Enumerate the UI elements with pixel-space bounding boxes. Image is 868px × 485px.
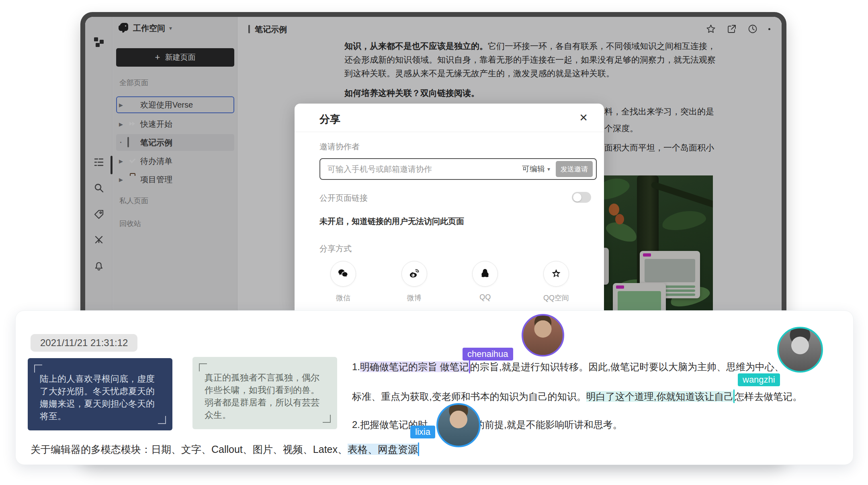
highlight-wangzhi: 明白了这个道理,你就知道该让自己 (586, 391, 734, 402)
cursor-lixia (418, 442, 419, 456)
user-tag-chenaihua: chenaihua (463, 348, 513, 361)
quote-corner-mark (34, 365, 42, 373)
invite-input-row: 可编辑 ▾ 发送邀请 (319, 158, 597, 180)
link-status-text: 未开启，知道链接的用户无法访问此页面 (319, 216, 464, 227)
chevron-down-icon: ▾ (547, 166, 550, 172)
user-tag-lixia: lixia (410, 426, 435, 438)
channel-wechat[interactable]: 微信 (317, 261, 369, 303)
permission-dropdown[interactable]: 可编辑 ▾ (522, 164, 550, 174)
invite-input[interactable] (328, 165, 516, 174)
channel-weibo[interactable]: 微博 (388, 261, 440, 303)
timestamp-badge: 2021/11/21 21:31:12 (31, 334, 137, 352)
quote-card-dark: 陆上的人喜欢寻根问底，虚度了大好光阴。冬天忧虑夏天的姗姗来迟，夏天则担心冬天的将… (28, 358, 172, 430)
collab-preview-panel: 2021/11/21 21:31:12 陆上的人喜欢寻根问底，虚度了大好光阴。冬… (15, 310, 854, 465)
send-invite-button[interactable]: 发送邀请 (556, 161, 593, 177)
invite-collaborators-label: 邀请协作者 (319, 141, 360, 152)
share-via-label: 分享方式 (319, 243, 352, 254)
dialog-divider (295, 132, 604, 132)
channel-qzone[interactable]: QQ空间 (530, 261, 582, 303)
screenshot-root: 工作空间 ▾ + 新建页面 全部页面 ▶ 欢迎使用Verse ▶ 快速开始 (0, 0, 868, 485)
dialog-title: 分享 (319, 112, 340, 126)
highlight-chenaihua: 明确做笔记的宗旨 做笔记 (360, 361, 469, 372)
quote-corner-mark (158, 416, 166, 424)
collab-text-line-3: 2.把握做笔记的时的前提,就是不能影响听讲和思考。 (352, 418, 622, 431)
collab-text-line-2: 标准、重点为获取,变老师和书本的知识为自己的知识。明白了这个道理,你就知道该让自… (352, 389, 802, 403)
quote-corner-mark (323, 415, 331, 423)
weibo-icon (401, 261, 427, 287)
public-link-label: 公开页面链接 (319, 193, 368, 204)
user-tag-wangzhi: wangzhi (738, 373, 780, 386)
highlight-lixia: 表格、网盘资源 (348, 444, 418, 455)
avatar-lixia[interactable] (436, 403, 481, 447)
public-link-toggle[interactable] (572, 192, 591, 203)
share-channels: 微信 微博 QQ QQ空间 (317, 261, 582, 303)
collab-text-line-1: 1.明确做笔记的宗旨 做笔记的宗旨,就是进行知识转移。因此,做笔记时要以大脑为主… (352, 360, 784, 373)
qzone-star-icon (543, 261, 569, 287)
channel-qq[interactable]: QQ (459, 261, 511, 303)
quote-card-light: 真正的孤独者不言孤独，偶尔作些长啸，如我们看到的兽。弱者都是群居着，所以有芸芸众… (192, 357, 337, 429)
avatar-wangzhi[interactable] (777, 327, 823, 373)
editor-modules-line: 关于编辑器的多模态模块：日期、文字、Callout、图片、视频、Latex、表格… (31, 442, 419, 456)
close-icon[interactable]: ✕ (579, 112, 588, 124)
quote-corner-mark (199, 363, 207, 371)
share-dialog: 分享 ✕ 邀请协作者 可编辑 ▾ 发送邀请 公开页面链接 未开启，知道链接的用户… (295, 104, 604, 310)
wechat-icon (330, 261, 356, 287)
avatar-chenaihua[interactable] (522, 314, 564, 357)
qq-icon (472, 261, 498, 287)
